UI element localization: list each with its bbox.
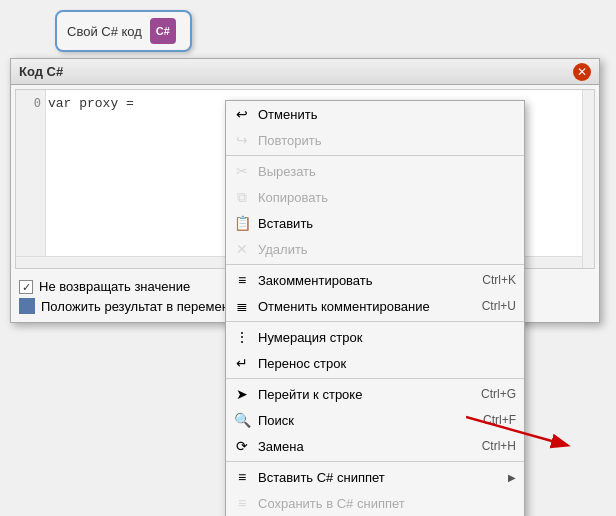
menu-item-copy: ⧉Копировать	[226, 184, 524, 210]
menu-item-comment[interactable]: ≡ЗакомментироватьCtrl+K	[226, 267, 524, 293]
menu-text-wrap: Перенос строк	[258, 356, 516, 371]
menu-text-copy: Копировать	[258, 190, 516, 205]
menu-icon-save_snippet: ≡	[232, 493, 252, 513]
context-menu: ↩Отменить↪Повторить✂Вырезать⧉Копировать📋…	[225, 100, 525, 516]
dialog-close-button[interactable]: ✕	[573, 63, 591, 81]
menu-icon-insert_snippet: ≡	[232, 467, 252, 487]
menu-text-paste: Вставить	[258, 216, 516, 231]
editor-gutter: 0	[16, 90, 46, 268]
menu-separator-13	[226, 378, 524, 379]
top-button[interactable]: Свой C# код C#	[55, 10, 192, 52]
editor-scrollbar-vertical[interactable]	[582, 90, 594, 268]
menu-separator-2	[226, 155, 524, 156]
menu-item-search[interactable]: 🔍ПоискCtrl+F	[226, 407, 524, 433]
menu-text-undo: Отменить	[258, 107, 516, 122]
menu-text-delete: Удалить	[258, 242, 516, 257]
menu-item-replace[interactable]: ⟳ЗаменаCtrl+H	[226, 433, 524, 459]
menu-item-numbering[interactable]: ⋮Нумерация строк	[226, 324, 524, 350]
menu-text-goto: Перейти к строке	[258, 387, 471, 402]
menu-shortcut-comment: Ctrl+K	[482, 273, 516, 287]
menu-separator-7	[226, 264, 524, 265]
menu-icon-replace: ⟳	[232, 436, 252, 456]
menu-shortcut-search: Ctrl+F	[483, 413, 516, 427]
menu-icon-numbering: ⋮	[232, 327, 252, 347]
menu-shortcut-goto: Ctrl+G	[481, 387, 516, 401]
put-result-label: Положить результат в переменную	[41, 299, 252, 314]
menu-item-goto[interactable]: ➤Перейти к строкеCtrl+G	[226, 381, 524, 407]
menu-item-insert_snippet[interactable]: ≡Вставить C# сниппет▶	[226, 464, 524, 490]
menu-icon-delete: ✕	[232, 239, 252, 259]
menu-text-redo: Повторить	[258, 133, 516, 148]
menu-icon-cut: ✂	[232, 161, 252, 181]
top-button-label: Свой C# код	[67, 24, 142, 39]
menu-item-redo: ↪Повторить	[226, 127, 524, 153]
menu-item-wrap[interactable]: ↵Перенос строк	[226, 350, 524, 376]
dialog-title: Код C#	[19, 64, 63, 79]
menu-icon-uncomment: ≣	[232, 296, 252, 316]
menu-text-save_snippet: Сохранить в C# сниппет	[258, 496, 516, 511]
csharp-icon: C#	[150, 18, 176, 44]
dialog-titlebar: Код C# ✕	[11, 59, 599, 85]
menu-icon-comment: ≡	[232, 270, 252, 290]
menu-text-uncomment: Отменить комментирование	[258, 299, 472, 314]
menu-item-undo[interactable]: ↩Отменить	[226, 101, 524, 127]
menu-icon-undo: ↩	[232, 104, 252, 124]
menu-text-insert_snippet: Вставить C# сниппет	[258, 470, 508, 485]
menu-text-replace: Замена	[258, 439, 472, 454]
menu-icon-copy: ⧉	[232, 187, 252, 207]
menu-icon-wrap: ↵	[232, 353, 252, 373]
menu-icon-redo: ↪	[232, 130, 252, 150]
menu-item-uncomment[interactable]: ≣Отменить комментированиеCtrl+U	[226, 293, 524, 319]
menu-item-delete: ✕Удалить	[226, 236, 524, 262]
menu-separator-17	[226, 461, 524, 462]
variable-box-icon	[19, 298, 35, 314]
menu-text-search: Поиск	[258, 413, 473, 428]
menu-icon-goto: ➤	[232, 384, 252, 404]
menu-arrow-insert_snippet: ▶	[508, 472, 516, 483]
menu-text-comment: Закомментировать	[258, 273, 472, 288]
menu-text-cut: Вырезать	[258, 164, 516, 179]
menu-item-paste[interactable]: 📋Вставить	[226, 210, 524, 236]
menu-shortcut-replace: Ctrl+H	[482, 439, 516, 453]
menu-icon-paste: 📋	[232, 213, 252, 233]
no-return-label: Не возвращать значение	[39, 279, 190, 294]
menu-shortcut-uncomment: Ctrl+U	[482, 299, 516, 313]
menu-item-save_snippet: ≡Сохранить в C# сниппет	[226, 490, 524, 516]
menu-separator-10	[226, 321, 524, 322]
menu-text-numbering: Нумерация строк	[258, 330, 516, 345]
no-return-checkbox[interactable]	[19, 280, 33, 294]
editor-content: var proxy =	[48, 96, 134, 111]
menu-icon-search: 🔍	[232, 410, 252, 430]
menu-item-cut: ✂Вырезать	[226, 158, 524, 184]
